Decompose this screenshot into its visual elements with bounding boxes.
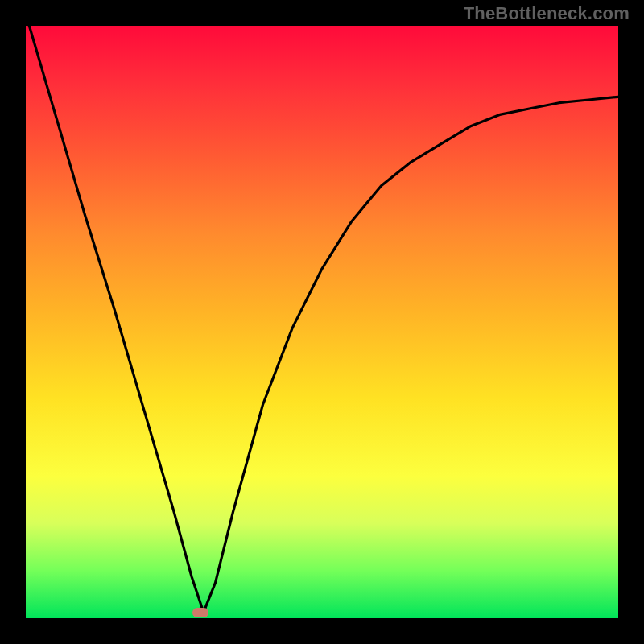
watermark-text: TheBottleneck.com — [464, 3, 630, 24]
optimum-marker — [192, 608, 208, 617]
chart-frame: TheBottleneck.com — [0, 0, 644, 644]
plot-area — [26, 26, 618, 618]
bottleneck-curve — [26, 26, 618, 618]
curve-path — [26, 26, 618, 613]
